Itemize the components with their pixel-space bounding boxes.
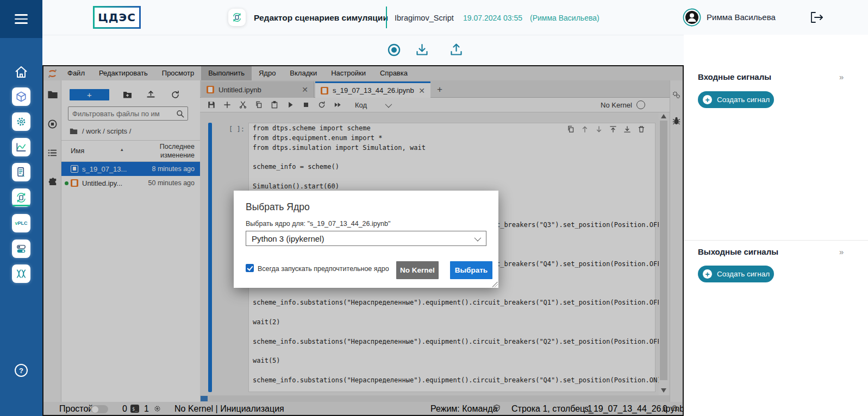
cdes-logo-text: ЦДЭС — [95, 8, 139, 27]
upload-button[interactable] — [449, 43, 464, 58]
script-name: Ibragimov_Script — [395, 14, 454, 22]
sidebar-item-switches[interactable] — [12, 239, 30, 258]
create-input-signal-button[interactable]: + Создать сигнал — [698, 91, 774, 108]
select-kernel-dialog: Выбрать Ядро Выбрать ядро для: "s_19_07_… — [234, 191, 498, 288]
sidebar-item-charts[interactable] — [12, 138, 30, 156]
script-timestamp: 19.07.2024 03:55 — [463, 14, 522, 22]
logout-button[interactable] — [810, 11, 824, 23]
collapse-output-signals-icon[interactable]: » — [839, 247, 843, 256]
dialog-title: Выбрать Ядро — [246, 201, 310, 213]
app-header: ЦДЭС Редактор сценариев симуляции Ibragi… — [42, 0, 868, 35]
vplc-icon: vPLC — [15, 220, 27, 226]
plus-circle-icon: + — [703, 95, 712, 104]
hamburger-icon — [15, 14, 28, 16]
sidebar-item-simulation-editor[interactable] — [12, 188, 30, 207]
home-icon — [13, 65, 29, 80]
no-kernel-button[interactable]: No Kernel — [396, 261, 439, 279]
plus-circle-icon: + — [703, 269, 712, 279]
signals-divider — [684, 240, 868, 241]
sidebar-item-settings-process[interactable] — [12, 112, 30, 131]
svg-text:?: ? — [19, 367, 23, 375]
page-title: Редактор сценариев симуляции — [254, 13, 388, 23]
download-button[interactable] — [415, 43, 429, 58]
always-start-kernel-checkbox[interactable] — [246, 264, 254, 272]
logout-icon — [810, 11, 824, 23]
left-sidebar: vPLC ? — [0, 0, 42, 416]
sidebar-item-dna[interactable] — [12, 264, 30, 283]
cube-3d-icon — [15, 90, 28, 103]
download-icon — [415, 43, 429, 58]
simulation-script-icon — [15, 191, 28, 204]
output-signals-title: Выходные сигналы — [698, 247, 778, 256]
dna-xx-icon — [15, 267, 28, 280]
title-divider — [386, 7, 387, 28]
simulation-editor-app-icon — [228, 9, 246, 26]
sidebar-item-documents[interactable] — [12, 163, 30, 181]
sidebar-item-help[interactable]: ? — [12, 361, 30, 380]
dialog-resize-handle[interactable] — [492, 282, 498, 287]
record-button[interactable] — [387, 43, 401, 57]
hamburger-menu-button[interactable] — [0, 0, 42, 38]
gear-icon — [15, 115, 28, 128]
sidebar-item-vplc[interactable]: vPLC — [12, 214, 30, 232]
checkbox-label: Всегда запускать предпочтительное ядро — [258, 265, 389, 273]
record-icon — [387, 43, 401, 57]
create-output-signal-button[interactable]: + Создать сигнал — [698, 266, 774, 282]
upload-icon — [449, 43, 464, 58]
collapse-input-signals-icon[interactable]: » — [839, 72, 843, 81]
input-signals-title: Входные сигналы — [698, 72, 771, 81]
dialog-label: Выбрать ядро для: "s_19_07_13_44_26.ipyn… — [246, 220, 390, 228]
help-icon: ? — [13, 362, 29, 379]
app-root: vPLC ? ЦДЭС Редактор сценариев симуляции… — [0, 0, 868, 416]
document-edit-icon — [15, 166, 28, 179]
chevron-down-icon — [474, 234, 482, 241]
active-item-indicator — [13, 205, 30, 206]
kernel-select[interactable]: Python 3 (ipykernel) — [246, 231, 486, 246]
select-kernel-button[interactable]: Выбрать — [450, 261, 492, 279]
avatar[interactable] — [683, 8, 701, 27]
user-name: Римма Васильева — [707, 12, 776, 22]
chart-icon — [15, 141, 28, 154]
sidebar-item-model[interactable] — [12, 87, 30, 106]
toggles-icon — [15, 242, 28, 255]
cdes-logo: ЦДЭС — [93, 6, 141, 29]
script-author: (Римма Васильева) — [530, 14, 600, 22]
kernel-select-value: Python 3 (ipykernel) — [246, 234, 474, 243]
sidebar-item-home[interactable] — [12, 63, 30, 81]
